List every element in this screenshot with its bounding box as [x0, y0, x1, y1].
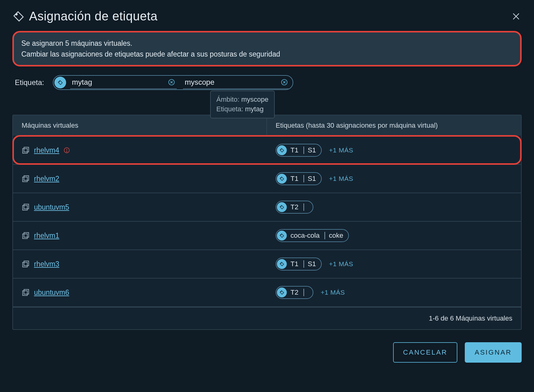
vm-icon — [22, 146, 30, 154]
chip-tag-text: T1 — [289, 259, 300, 269]
dialog-title: Asignación de etiqueta — [29, 9, 158, 23]
chip-separator — [303, 147, 304, 154]
table-header: Máquinas virtuales Etiquetas (hasta 30 a… — [13, 115, 521, 136]
th-vm: Máquinas virtuales — [13, 115, 267, 136]
cell-vm: rhelvm4 — [13, 136, 267, 164]
chip-scope-text: S1 — [308, 260, 320, 268]
tag-chip[interactable]: T2 — [276, 286, 313, 299]
svg-rect-29 — [24, 289, 29, 294]
alert-line2: Cambiar las asignaciones de etiquetas pu… — [21, 49, 513, 60]
svg-rect-28 — [23, 291, 27, 296]
cell-tags: T1S1+1 MÁS — [267, 250, 521, 278]
vm-icon — [22, 232, 30, 240]
svg-point-27 — [281, 263, 281, 263]
cell-tags: T1S1+1 MÁS — [267, 136, 521, 164]
cell-vm: rhelvm3 — [13, 250, 267, 278]
chip-scope-text: S1 — [308, 175, 320, 183]
scope-value-input[interactable] — [183, 76, 279, 88]
svg-rect-23 — [24, 232, 29, 237]
cell-vm: rhelvm2 — [13, 165, 267, 193]
svg-rect-10 — [23, 149, 27, 153]
vm-icon — [22, 203, 30, 211]
svg-rect-22 — [23, 234, 27, 239]
svg-point-0 — [16, 14, 17, 15]
svg-rect-16 — [23, 177, 27, 182]
table-row: rhelvm3 T1S1+1 MÁS — [13, 249, 521, 278]
svg-point-18 — [281, 177, 281, 178]
tag-chip[interactable]: coca-colacoke — [276, 229, 349, 242]
table-footer: 1-6 de 6 Máquinas virtuales — [13, 306, 521, 329]
tag-chip[interactable]: T1S1 — [276, 172, 322, 185]
svg-rect-25 — [23, 262, 27, 267]
chip-tag-text: coca-cola — [289, 230, 321, 241]
svg-point-24 — [281, 234, 281, 235]
chip-scope-text: S1 — [308, 146, 320, 154]
cell-tags: T1S1+1 MÁS — [267, 165, 521, 193]
svg-point-3 — [59, 81, 60, 82]
tag-chip[interactable]: T2 — [276, 201, 313, 214]
cell-tags: T2 — [267, 193, 521, 221]
more-tags-link[interactable]: +1 MÁS — [329, 260, 353, 268]
tooltip-scope-value: myscope — [241, 96, 269, 103]
vm-icon — [22, 288, 30, 296]
table-row: rhelvm4 T1S1+1 MÁS — [13, 136, 521, 164]
alert-line1: Se asignaron 5 máquinas virtuales. — [21, 38, 513, 49]
tooltip-scope-label: Ámbito: — [216, 96, 239, 103]
vm-link[interactable]: rhelvm4 — [34, 146, 59, 155]
svg-rect-17 — [24, 176, 29, 180]
table-row: ubuntuvm5 T2 — [13, 193, 521, 221]
more-tags-link[interactable]: +1 MÁS — [329, 147, 353, 154]
cell-tags: T2+1 MÁS — [267, 279, 521, 306]
tag-chip[interactable]: T1S1 — [276, 144, 322, 157]
table-row: ubuntuvm6 T2+1 MÁS — [13, 278, 521, 306]
more-tags-link[interactable]: +1 MÁS — [329, 175, 353, 182]
svg-rect-19 — [23, 206, 27, 210]
tag-assignment-dialog: Asignación de etiqueta Se asignaron 5 má… — [0, 0, 534, 392]
svg-rect-20 — [24, 204, 29, 209]
tag-chip[interactable]: T1S1 — [276, 258, 322, 271]
cell-vm: ubuntuvm6 — [13, 279, 267, 306]
tooltip-tag-label: Etiqueta: — [216, 105, 243, 113]
tag-icon — [54, 77, 66, 88]
cell-vm: ubuntuvm5 — [13, 193, 267, 221]
chip-tag-text: T1 — [289, 145, 300, 156]
vm-link[interactable]: ubuntuvm6 — [34, 288, 69, 297]
chip-separator — [303, 203, 304, 211]
chip-tag-text: T2 — [289, 287, 300, 298]
chip-separator — [303, 289, 304, 296]
vm-link[interactable]: rhelvm3 — [34, 260, 59, 268]
vm-table: Máquinas virtuales Etiquetas (hasta 30 a… — [12, 115, 522, 330]
vm-link[interactable]: ubuntuvm5 — [34, 203, 69, 211]
svg-point-30 — [281, 291, 281, 292]
vm-link[interactable]: rhelvm1 — [34, 232, 59, 240]
dialog-title-wrap: Asignación de etiqueta — [12, 9, 158, 23]
tag-tooltip: Ámbito: myscope Etiqueta: mytag — [210, 91, 275, 118]
cell-tags: coca-colacoke — [267, 222, 521, 249]
tag-icon — [12, 10, 25, 23]
close-button[interactable] — [511, 11, 522, 22]
tag-editor-row: Etiqueta: — [12, 75, 522, 90]
alert-icon — [64, 147, 70, 153]
chip-tag-text: T1 — [289, 173, 300, 184]
table-row: rhelvm2 T1S1+1 MÁS — [13, 164, 521, 193]
dialog-header: Asignación de etiqueta — [12, 6, 522, 31]
th-tags: Etiquetas (hasta 30 asignaciones por máq… — [267, 115, 521, 136]
chip-separator — [303, 175, 304, 182]
tag-icon — [277, 145, 287, 155]
tag-value-input-wrap — [70, 76, 177, 89]
clear-tag-button[interactable] — [166, 79, 177, 86]
clear-scope-button[interactable] — [279, 79, 290, 86]
assign-button[interactable]: ASIGNAR — [465, 342, 522, 363]
svg-rect-26 — [24, 261, 29, 266]
tag-icon — [277, 174, 287, 184]
chip-tag-text: T2 — [289, 202, 300, 212]
svg-point-15 — [281, 149, 281, 150]
vm-link[interactable]: rhelvm2 — [34, 175, 59, 183]
tag-icon — [277, 202, 287, 212]
chip-separator — [303, 260, 304, 268]
tag-icon — [277, 259, 287, 269]
tag-icon — [277, 231, 287, 241]
cancel-button[interactable]: CANCELAR — [393, 342, 457, 363]
tag-value-input[interactable] — [70, 76, 166, 88]
more-tags-link[interactable]: +1 MÁS — [321, 289, 345, 296]
